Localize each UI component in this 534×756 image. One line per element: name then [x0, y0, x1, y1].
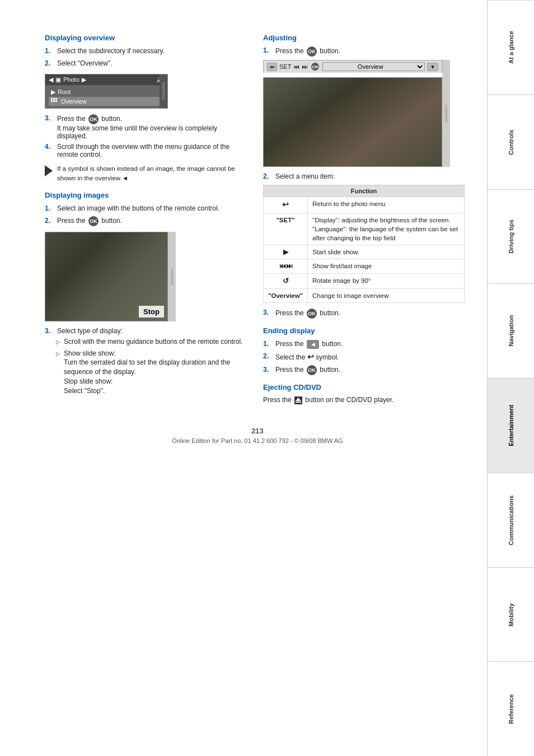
ok-button-3-icon: OK [307, 46, 317, 57]
sidebar-item-entertainment[interactable]: Entertainment [488, 378, 534, 473]
adj-step-2-text: Select a menu item: [275, 172, 465, 180]
toolbar-skipfwd-icon: ⏭ [302, 63, 308, 70]
set-symbol: "SET" [264, 213, 308, 245]
rotate-symbol: ↺ [264, 273, 308, 288]
img-step-1-num: 1. [45, 204, 54, 213]
overview-label: Overview [61, 98, 87, 105]
toolbar-separator: SET [279, 63, 291, 70]
img-step-1-text: Select an image with the buttons of the … [57, 204, 246, 213]
note-text: If a symbol is shown instead of an image… [57, 164, 246, 184]
sidebar-text: overview1 [162, 82, 166, 100]
overview-row[interactable]: Overview [49, 97, 164, 106]
sidebar-item-driving-tips[interactable]: Driving tips [488, 189, 534, 284]
adj-step-2-num: 2. [263, 172, 272, 180]
first-last-icon: ⏮ ⏭ [279, 262, 291, 270]
step-num-1: 1. [45, 46, 54, 56]
overview-dropdown[interactable]: Overview [322, 62, 425, 71]
displaying-overview-title: Displaying overview [45, 34, 246, 42]
image-sidebar-label: overview1 [168, 232, 176, 321]
display-image: Stop [45, 232, 168, 321]
svg-marker-7 [296, 398, 301, 401]
table-row-overview: "Overview" Change to image overview [264, 288, 465, 302]
play-symbol: ▶ [264, 245, 308, 259]
img-step-3-text: Select type of display: [57, 327, 246, 335]
root-arrow: ▶ [51, 88, 55, 96]
ejecting-title: Ejecting CD/DVD [263, 383, 465, 391]
page-footer: 213 Online Edition for Part no. 01 41 2 … [45, 427, 470, 455]
overview-img-sidebar: overview2 [442, 60, 450, 167]
adjusting-title: Adjusting [263, 34, 465, 42]
adjusting-section: Adjusting 1. Press the OK button. ⬅ SET … [263, 34, 465, 319]
toolbar-back-btn[interactable]: ⬅ [267, 63, 277, 71]
sidebar-label-reference: Reference [508, 694, 514, 724]
step-3-detail: It may take some time until the overview… [57, 124, 217, 140]
adj-step-1-num: 1. [263, 46, 272, 57]
sidebar-label-driving-tips: Driving tips [508, 220, 514, 254]
ejecting-text: Press the button on the CD/DVD player. [263, 396, 465, 404]
sidebar-label-at-a-glance: At a glance [508, 31, 514, 64]
ending-display-title: Ending display [263, 326, 465, 335]
svg-rect-2 [55, 98, 57, 100]
adjusting-step-1: 1. Press the OK button. [263, 46, 465, 57]
two-col-layout: Displaying overview 1. Select the subdir… [45, 34, 470, 404]
note-triangle-icon [45, 165, 53, 176]
toolbar-ok-btn: OK [311, 63, 319, 71]
substep-list: ▷ Scroll with the menu guidance buttons … [56, 337, 246, 396]
photo-widget-header: ◀ ▣ Photo ▶ 🔊 [45, 74, 167, 85]
right-column: Adjusting 1. Press the OK button. ⬅ SET … [263, 34, 465, 404]
photo-widget-body: ▶ Root Overview [45, 85, 167, 108]
ok-button-5-icon: OK [307, 365, 317, 375]
toolbar-skip-icon: ⏮ [293, 63, 299, 70]
footer-text: Online Edition for Part no. 01 41 2 600 … [45, 437, 470, 444]
sidebar-item-communications[interactable]: Communications [488, 473, 534, 567]
overview-img-sidebar-text: overview2 [444, 105, 448, 123]
page-container: Displaying overview 1. Select the subdir… [0, 0, 534, 756]
sidebar: At a glance Controls Driving tips Naviga… [487, 0, 534, 756]
step-4-text: Scroll through the overview with the men… [57, 143, 246, 158]
return-arrow-icon: ↩ [282, 200, 289, 209]
step-3-num: 3. [45, 114, 54, 140]
sidebar-item-at-a-glance[interactable]: At a glance [488, 0, 534, 95]
ending-step-2: 2. Select the ↩ symbol. [263, 352, 465, 363]
function-table-header: Function [264, 185, 465, 197]
substep-2-text: Show slide show:Turn the serrated dial t… [64, 349, 246, 396]
return-desc: Return to the photo menu [308, 197, 465, 213]
overview-symbol: "Overview" [264, 288, 308, 302]
end-step-3-num: 3. [263, 365, 272, 375]
sidebar-label-entertainment: Entertainment [508, 405, 514, 446]
photo-icon: ▣ [55, 76, 61, 83]
ending-steps: 1. Press the ◀ button. 2. Select the ↩ s… [263, 339, 465, 375]
function-table: Function ↩ Return to the photo menu "SET… [263, 185, 465, 303]
svg-rect-6 [296, 402, 301, 403]
table-row-first-last: ⏮ ⏭ Show first/last image [264, 259, 465, 273]
sub-arrow-2-icon: ▷ [56, 350, 60, 396]
sidebar-label-mobility: Mobility [508, 603, 514, 627]
sub-arrow-1-icon: ▷ [56, 338, 60, 347]
end-step-2-num: 2. [263, 352, 272, 363]
ending-step-3: 3. Press the OK button. [263, 365, 465, 375]
sidebar-label-communications: Communications [508, 495, 514, 545]
page-number: 213 [45, 427, 470, 435]
photo-label: Photo [63, 76, 79, 83]
overview-toolbar: ⬅ SET ⏮ ⏭ OK Overview ▼ [263, 60, 442, 73]
sidebar-item-mobility[interactable]: Mobility [488, 567, 534, 662]
photo-widget-sidebar: overview1 [160, 74, 167, 108]
overview-step-2: 2. Select "Overview". [45, 59, 246, 68]
overview-step3-container: 3. Press the OK button. It may take some… [45, 114, 246, 158]
substep-1-text: Scroll with the menu guidance buttons of… [64, 337, 243, 347]
adj-step-3-text: Press the OK button. [275, 309, 465, 319]
sidebar-item-controls[interactable]: Controls [488, 95, 534, 189]
step-text-1: Select the subdirectory if necessary. [57, 46, 246, 56]
grid-dots-icon [51, 98, 59, 105]
table-row-play: ▶ Start slide show. [264, 245, 465, 259]
adj-step-1-text: Press the OK button. [275, 46, 465, 57]
substep-1: ▷ Scroll with the menu guidance buttons … [56, 337, 246, 347]
end-step-1-num: 1. [263, 339, 272, 349]
toolbar-dropdown-arrow[interactable]: ▼ [427, 63, 438, 71]
main-content: Displaying overview 1. Select the subdir… [0, 0, 487, 756]
photo-browser-widget: ◀ ▣ Photo ▶ 🔊 ▶ Root [45, 74, 168, 109]
svg-rect-3 [51, 100, 53, 102]
rotate-icon: ↺ [283, 276, 289, 286]
sidebar-item-navigation[interactable]: Navigation [488, 283, 534, 378]
sidebar-item-reference[interactable]: Reference [488, 661, 534, 756]
